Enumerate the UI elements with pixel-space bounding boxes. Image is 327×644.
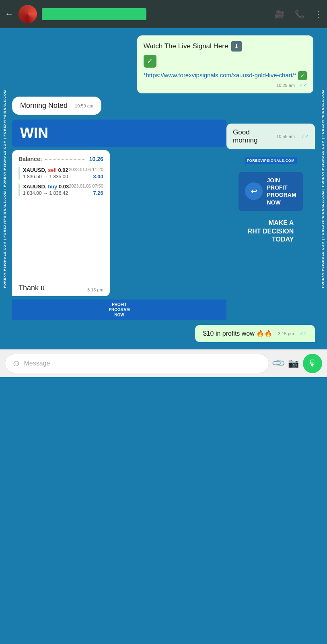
trade-date-2: 2023.01.06 07:50 bbox=[69, 184, 103, 188]
right-promo-col: Good morning 10:58 am ✓✓ FOREXVIPSIGNALS… bbox=[226, 120, 315, 244]
win-text: WIN bbox=[20, 126, 48, 140]
input-bar: ☺ Message 📎 📷 🎙 bbox=[0, 349, 327, 377]
trade-date-1: 2023.01.06 11:20 bbox=[69, 167, 103, 172]
profits-text: $10 in profits wow 🔥🔥 bbox=[203, 330, 273, 337]
trade-prices-1: 1 836.50 → 1 835.00 bbox=[23, 174, 69, 180]
win-section-row: WIN Balance: 10.26 bbox=[12, 120, 315, 320]
watch-signal-title: Watch The Live Signal Here ⬇ bbox=[144, 41, 307, 52]
side-label-right: FOREXVIPSIGNALS.COM | FOREXVIPSIGNALS.CO… bbox=[318, 28, 327, 349]
chat-area: FOREXVIPSIGNALS.COM | FOREXVIPSIGNALS.CO… bbox=[0, 28, 327, 349]
trade-prices-2: 1 834.00 → 1 836.42 bbox=[23, 190, 69, 196]
message-placeholder: Message bbox=[24, 360, 262, 367]
trading-thanku-card: Balance: 10.26 XAUUSD, sell 0.02 bbox=[12, 150, 110, 296]
win-box: WIN bbox=[12, 120, 226, 147]
check-icon-1: ✓ bbox=[144, 55, 156, 68]
thanku-footer: Thank u 3:15 pm bbox=[19, 284, 103, 292]
balance-row: Balance: 10.26 bbox=[19, 156, 103, 162]
msg-ticks-1: ✓✓ bbox=[300, 83, 307, 88]
trade-direction-1: sell bbox=[48, 167, 58, 173]
chat-header: ← 🎥 📞 ⋮ bbox=[0, 0, 327, 28]
trade-right-1: 2023.01.06 11:20 3.00 bbox=[69, 167, 103, 180]
good-morning-text: Good morning bbox=[233, 128, 270, 144]
trade-left-2: XAUUSD, buy 0.03 1 834.00 → 1 836.42 bbox=[23, 184, 69, 196]
trade-left-1: XAUUSD, sell 0.02 1 836.50 → 1 835.00 bbox=[23, 167, 69, 180]
morning-noted-text: Morning Noted bbox=[20, 101, 68, 110]
trade-row-1: XAUUSD, sell 0.02 1 836.50 → 1 835.00 bbox=[19, 167, 103, 180]
trade-profit-2: 7.26 bbox=[69, 190, 103, 196]
phone-call-icon[interactable]: 📞 bbox=[294, 9, 304, 19]
back-button[interactable]: ← bbox=[5, 9, 14, 19]
good-morning-time: 10:58 am bbox=[276, 134, 295, 139]
more-options-icon[interactable]: ⋮ bbox=[314, 9, 322, 19]
signal-link[interactable]: *https://www.forexvipsignals.com/xauusd-… bbox=[144, 71, 307, 80]
profit-prog-label: PROFITPROGRAMNOW bbox=[12, 299, 226, 320]
msg-time-1: 10:29 am bbox=[276, 83, 295, 88]
good-morning-ticks: ✓✓ bbox=[301, 134, 308, 139]
morning-noted-wrapper: Morning Noted 10:50 am bbox=[12, 97, 101, 115]
join-promo-box[interactable]: ↩ JOINPROFITPROGRAMNOW bbox=[239, 172, 302, 211]
mic-button[interactable]: 🎙 bbox=[303, 354, 322, 373]
watch-signal-bubble: Watch The Live Signal Here ⬇ ✓ *https://… bbox=[137, 35, 313, 93]
profits-bubble: $10 in profits wow 🔥🔥 3:15 pm ✓✓ bbox=[195, 325, 315, 342]
left-side-text: FOREXVIPSIGNALS.COM | FOREXVIPSIGNALS.CO… bbox=[3, 90, 6, 288]
thanku-text: Thank u bbox=[19, 284, 45, 292]
trade-row-2: XAUUSD, buy 0.03 1 834.00 → 1 836.42 bbox=[19, 184, 103, 196]
contact-name-area bbox=[42, 8, 270, 20]
balance-value: 10.26 bbox=[89, 156, 103, 162]
attach-icon[interactable]: 📎 bbox=[271, 356, 286, 371]
join-promo-text: JOINPROFITPROGRAMNOW bbox=[267, 177, 296, 206]
good-morning-bubble: Good morning 10:58 am ✓✓ bbox=[226, 124, 315, 149]
morning-noted-time: 10:50 am bbox=[75, 103, 93, 108]
camera-icon[interactable]: 📷 bbox=[288, 358, 299, 369]
morning-noted-bubble: Morning Noted 10:50 am bbox=[12, 97, 101, 115]
card-empty-space bbox=[19, 200, 103, 281]
contact-name-bar bbox=[42, 8, 146, 20]
trade-profit-1: 3.00 bbox=[69, 173, 103, 180]
check-icon-2: ✓ bbox=[298, 71, 307, 80]
trade-pair-1: XAUUSD, sell 0.02 bbox=[23, 167, 69, 173]
balance-dots bbox=[45, 159, 86, 160]
profits-ticks: ✓✓ bbox=[300, 331, 307, 336]
share-icon: ↩ bbox=[245, 182, 263, 200]
thanku-time: 3:15 pm bbox=[87, 287, 103, 292]
download-icon: ⬇ bbox=[231, 41, 242, 52]
message-input-field[interactable]: ☺ Message bbox=[5, 354, 269, 373]
forexvip-banner: FOREXVIPSIGNALS.COM bbox=[245, 157, 297, 164]
make-decision-text: MAKE ARHT DECISIONTODAY bbox=[248, 219, 294, 244]
avatar[interactable] bbox=[19, 5, 37, 23]
right-side-text: FOREXVIPSIGNALS.COM | FOREXVIPSIGNALS.CO… bbox=[321, 90, 325, 288]
side-label-left: FOREXVIPSIGNALS.COM | FOREXVIPSIGNALS.CO… bbox=[0, 28, 9, 349]
win-left-col: WIN Balance: 10.26 bbox=[12, 120, 226, 320]
trade-direction-2: buy bbox=[48, 184, 59, 190]
video-call-icon[interactable]: 🎥 bbox=[275, 9, 285, 19]
header-icons: 🎥 📞 ⋮ bbox=[275, 9, 322, 19]
balance-label: Balance: bbox=[19, 156, 42, 162]
trade-right-2: 2023.01.06 07:50 7.26 bbox=[69, 184, 103, 196]
profits-time: 3:15 pm bbox=[278, 331, 294, 336]
emoji-icon[interactable]: ☺ bbox=[12, 358, 21, 369]
trade-pair-2: XAUUSD, buy 0.03 bbox=[23, 184, 69, 190]
mic-icon: 🎙 bbox=[308, 358, 317, 369]
messages-container: Watch The Live Signal Here ⬇ ✓ *https://… bbox=[0, 32, 327, 345]
